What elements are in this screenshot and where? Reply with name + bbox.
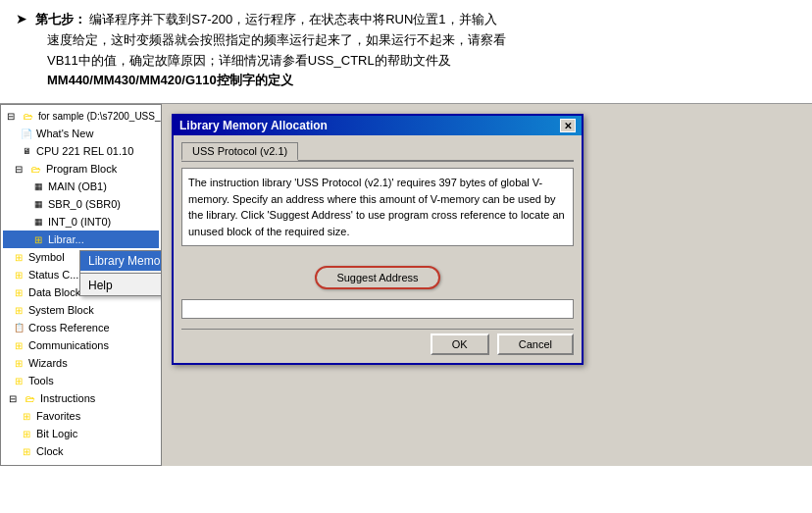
root-label: for sample (D:\s7200_USS_mm4) <box>38 111 161 122</box>
tree-item-tools[interactable]: ⊞ Tools <box>3 372 159 389</box>
folder-icon-comm2: ⊞ <box>19 461 34 465</box>
context-menu: Library Memory... Help <box>79 250 162 296</box>
tree-item-bitlogic[interactable]: ⊞ Bit Logic <box>3 425 159 442</box>
pb-label: Program Block <box>46 163 117 175</box>
folder-icon-instr: 🗁 <box>23 390 38 406</box>
dialog-body: USS Protocol (v2.1) The instruction libr… <box>174 135 582 363</box>
folder-icon: 🗁 <box>21 108 36 124</box>
sys-label: System Block <box>28 304 94 316</box>
tree-item-libraries[interactable]: ⊞ Librar... <box>3 231 159 248</box>
tree-item-main[interactable]: ▦ MAIN (OB1) <box>3 178 159 195</box>
cpu-icon: 🖥 <box>19 143 34 159</box>
folder-icon-clk: ⊞ <box>19 443 34 459</box>
dialog-footer: OK Cancel <box>181 329 574 355</box>
tab-bar: USS Protocol (v2.1) <box>181 141 574 162</box>
tree-item-comm[interactable]: ⊞ Communications <box>3 336 159 354</box>
dialog-titlebar: Library Memory Allocation ✕ <box>174 116 582 135</box>
status-label: Status C... <box>28 269 78 281</box>
tree-panel: ⊟ 🗁 for sample (D:\s7200_USS_mm4) 📄 What… <box>0 104 162 466</box>
context-menu-item-libmem[interactable]: Library Memory... <box>80 251 162 271</box>
expand-icon-instr: ⊟ <box>5 390 21 406</box>
doc-icon: 📄 <box>19 126 34 141</box>
step-label: 第七步： <box>35 12 86 26</box>
dialog-overlay: Library Memory Allocation ✕ USS Protocol… <box>162 104 812 466</box>
tree-item-instructions[interactable]: ⊟ 🗁 Instructions <box>3 389 159 407</box>
page-icon-crossref: 📋 <box>11 320 26 335</box>
tree-item-program-block[interactable]: ⊟ 🗁 Program Block <box>3 160 159 178</box>
tree-item-whatsnew[interactable]: 📄 What's New <box>3 125 159 142</box>
tree-item-crossref[interactable]: 📋 Cross Reference <box>3 319 159 336</box>
instruction-line3: VB11中的值，确定故障原因；详细情况请参看USS_CTRL的帮助文件及 <box>47 53 451 68</box>
crossref-label: Cross Reference <box>28 322 110 333</box>
folder-icon-wiz: ⊞ <box>11 355 26 371</box>
comm-label: Communications <box>28 339 109 351</box>
suggest-btn-container: Suggest Address <box>181 266 574 289</box>
page-icon-int: ▦ <box>30 214 46 230</box>
tools-label: Tools <box>28 375 54 386</box>
context-menu-item-help[interactable]: Help <box>80 276 162 295</box>
suggest-address-button[interactable]: Suggest Address <box>315 266 439 289</box>
lib-label: Librar... <box>48 233 84 245</box>
symbol-label: Symbol <box>28 251 65 263</box>
tree-item-sysblock[interactable]: ⊞ System Block <box>3 301 159 319</box>
int-label: INT_0 (INT0) <box>48 216 111 228</box>
main-content: ⊟ 🗁 for sample (D:\s7200_USS_mm4) 📄 What… <box>0 103 812 466</box>
dialog-title: Library Memory Allocation <box>179 119 328 132</box>
address-input[interactable] <box>181 299 574 319</box>
main-label: MAIN (OB1) <box>48 180 107 192</box>
tree-item-favorites[interactable]: ⊞ Favorites <box>3 407 159 425</box>
dialog-description: The instruction library 'USS Protocol (v… <box>181 168 574 246</box>
cancel-button[interactable]: Cancel <box>497 333 574 355</box>
folder-icon-pb: 🗁 <box>28 161 44 177</box>
tree-item-wizards[interactable]: ⊞ Wizards <box>3 354 159 372</box>
page-icon-sbr: ▦ <box>30 196 46 212</box>
folder-icon-comm: ⊞ <box>11 337 26 353</box>
whats-new-label: What's New <box>36 128 93 139</box>
arrow-icon: ➤ <box>16 11 27 26</box>
data-label: Data Block <box>28 286 80 298</box>
sbr-label: SBR_0 (SBR0) <box>48 198 121 210</box>
folder-icon-status: ⊞ <box>11 267 26 282</box>
expand-icon: ⊟ <box>3 108 19 124</box>
dialog-close-button[interactable]: ✕ <box>560 119 576 132</box>
instruction-line1: 编译程序并下载到S7-200，运行程序，在状态表中将RUN位置1，并输入 <box>89 12 496 26</box>
context-menu-separator <box>80 273 162 274</box>
dialog-window: Library Memory Allocation ✕ USS Protocol… <box>172 114 584 365</box>
wizards-label: Wizards <box>28 357 68 369</box>
tree-item-int0[interactable]: ▦ INT_0 (INT0) <box>3 213 159 231</box>
folder-icon-bit: ⊞ <box>19 426 34 441</box>
folder-icon-fav: ⊞ <box>19 408 34 424</box>
page-icon-main: ▦ <box>30 179 46 194</box>
tree-item-cpu[interactable]: 🖥 CPU 221 REL 01.10 <box>3 142 159 160</box>
cpu-label: CPU 221 REL 01.10 <box>36 145 133 157</box>
tree-item-sbr0[interactable]: ▦ SBR_0 (SBR0) <box>3 195 159 213</box>
tab-uss-protocol[interactable]: USS Protocol (v2.1) <box>181 142 298 161</box>
folder-icon-data: ⊞ <box>11 284 26 300</box>
instruction-line4: MM440/MM430/MM420/G110控制字的定义 <box>47 73 293 87</box>
folder-icon-sys: ⊞ <box>11 302 26 318</box>
comm2-label: Communications <box>36 463 117 465</box>
favorites-label: Favorites <box>36 410 80 422</box>
instruction-block: ➤ 第七步： 编译程序并下载到S7-200，运行程序，在状态表中将RUN位置1，… <box>0 0 812 103</box>
bitlogic-label: Bit Logic <box>36 428 77 439</box>
tree-item-comm2[interactable]: ⊞ Communications <box>3 460 159 465</box>
tree-item-clock[interactable]: ⊞ Clock <box>3 442 159 460</box>
clock-label: Clock <box>36 445 64 457</box>
folder-icon-sym: ⊞ <box>11 249 26 265</box>
instructions-label: Instructions <box>40 392 95 404</box>
tree-root[interactable]: ⊟ 🗁 for sample (D:\s7200_USS_mm4) <box>3 107 159 125</box>
instruction-line2: 速度给定，这时变频器就会按照指定的频率运行起来了，如果运行不起来，请察看 <box>47 32 506 47</box>
folder-icon-lib: ⊞ <box>30 231 46 247</box>
expand-icon-pb: ⊟ <box>11 161 26 177</box>
folder-icon-tools: ⊞ <box>11 373 26 388</box>
ok-button[interactable]: OK <box>431 333 489 355</box>
